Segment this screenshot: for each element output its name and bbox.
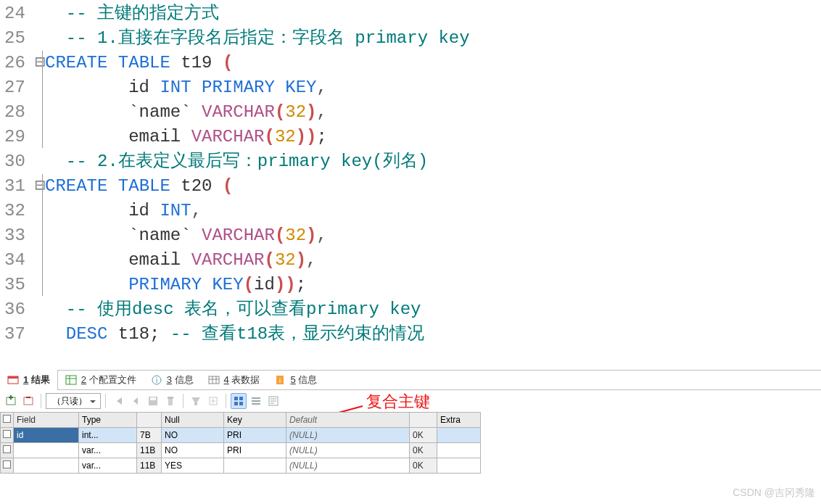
svg-rect-25 <box>234 402 238 405</box>
cell[interactable]: var... <box>79 458 137 474</box>
line-number: 32 <box>0 199 35 223</box>
code-line[interactable]: 24 -- 主键的指定方式 <box>0 1 821 26</box>
save-button[interactable] <box>145 393 161 409</box>
line-number: 28 <box>0 100 35 125</box>
cell[interactable]: int... <box>79 428 137 443</box>
cell[interactable]: 0K <box>410 428 437 443</box>
code-text: -- 1.直接在字段名后指定：字段名 primary key <box>45 26 470 51</box>
cell[interactable] <box>224 458 286 474</box>
col-header[interactable]: Extra <box>437 413 481 428</box>
cell[interactable]: id <box>14 428 79 443</box>
row-check[interactable] <box>1 428 14 443</box>
tab-2[interactable]: 2 个配置文件 <box>58 370 144 390</box>
code-line[interactable]: 25 -- 1.直接在字段名后指定：字段名 primary key <box>0 26 821 51</box>
col-header[interactable]: Field <box>14 413 79 428</box>
line-number: 35 <box>0 273 35 297</box>
code-line[interactable]: 37 DESC t18; -- 查看t18表，显示约束的情况 <box>0 322 821 347</box>
cell[interactable]: (NULL) <box>286 443 410 458</box>
cell[interactable]: 0K <box>410 458 437 474</box>
cell[interactable] <box>437 458 481 474</box>
sql-editor[interactable]: 24 -- 主键的指定方式25 -- 1.直接在字段名后指定：字段名 prima… <box>0 0 821 347</box>
code-text: CREATE TABLE t19 ( <box>45 51 233 75</box>
table-row[interactable]: idint...7BNOPRI(NULL)0K <box>1 428 481 443</box>
check-all[interactable] <box>1 413 14 428</box>
fold-gutter <box>35 248 45 273</box>
tab-4[interactable]: 4 表数据 <box>201 370 268 390</box>
svg-rect-2 <box>66 376 76 384</box>
code-text: -- 2.在表定义最后写：primary key(列名) <box>45 149 428 174</box>
cell[interactable]: NO <box>162 428 224 443</box>
tab-5[interactable]: i5 信息 <box>267 370 324 390</box>
cell[interactable] <box>437 428 481 443</box>
code-line[interactable]: 36 -- 使用desc 表名，可以查看primary key <box>0 297 821 322</box>
readonly-select[interactable]: （只读） <box>46 393 101 409</box>
fold-gutter[interactable]: ⊟ <box>35 51 45 75</box>
fold-gutter <box>35 199 45 223</box>
code-line[interactable]: 27 id INT PRIMARY KEY, <box>0 75 821 100</box>
cell[interactable]: 11B <box>137 443 162 458</box>
fold-gutter <box>35 125 45 149</box>
cell[interactable] <box>437 443 481 458</box>
line-number: 24 <box>0 1 35 26</box>
col-header[interactable]: Null <box>162 413 224 428</box>
delete-row-button[interactable] <box>20 393 36 409</box>
cell[interactable]: NO <box>162 443 224 458</box>
code-line[interactable]: 31⊟CREATE TABLE t20 ( <box>0 174 821 199</box>
fold-gutter[interactable]: ⊟ <box>35 174 45 199</box>
fold-guide <box>42 174 43 296</box>
table-row[interactable]: emailvar...11BYES(NULL)0K <box>1 458 481 474</box>
cell[interactable]: (NULL) <box>286 458 410 474</box>
cell[interactable]: name <box>14 443 79 458</box>
row-check[interactable] <box>1 458 14 474</box>
row-check[interactable] <box>1 443 14 458</box>
line-number: 33 <box>0 223 35 248</box>
code-text: `name` VARCHAR(32), <box>45 223 327 248</box>
svg-rect-16 <box>24 397 33 405</box>
cell[interactable]: PRI <box>224 443 286 458</box>
tab-label: 4 表数据 <box>224 373 260 387</box>
nav-first-button[interactable] <box>110 393 126 409</box>
nav-prev-button[interactable] <box>128 393 144 409</box>
export-button[interactable] <box>205 393 221 409</box>
result-table[interactable]: FieldTypeNullKeyDefaultExtraidint...7BNO… <box>0 412 481 474</box>
cell[interactable]: (NULL) <box>286 428 410 443</box>
col-header[interactable]: Key <box>224 413 286 428</box>
grid-view-button[interactable] <box>231 393 247 409</box>
line-number: 26 <box>0 51 35 75</box>
cell[interactable]: email <box>14 458 79 474</box>
fold-gutter <box>35 223 45 248</box>
code-text: `name` VARCHAR(32), <box>45 100 327 125</box>
cell[interactable]: 7B <box>137 428 162 443</box>
col-header[interactable]: Type <box>79 413 137 428</box>
line-number: 31 <box>0 174 35 199</box>
fold-gutter <box>35 149 45 174</box>
filter-button[interactable] <box>188 393 204 409</box>
col-header[interactable] <box>410 413 437 428</box>
code-line[interactable]: 29 email VARCHAR(32)); <box>0 125 821 149</box>
col-header[interactable] <box>137 413 162 428</box>
add-row-button[interactable] <box>3 393 19 409</box>
table-row[interactable]: namevar...11BNOPRI(NULL)0K <box>1 443 481 458</box>
cell[interactable]: var... <box>79 443 137 458</box>
code-line[interactable]: 28 `name` VARCHAR(32), <box>0 100 821 125</box>
col-header[interactable]: Default <box>286 413 410 428</box>
cancel-button[interactable] <box>162 393 178 409</box>
code-line[interactable]: 34 email VARCHAR(32), <box>0 248 821 273</box>
code-line[interactable]: 26⊟CREATE TABLE t19 ( <box>0 51 821 75</box>
code-line[interactable]: 35 PRIMARY KEY(id)); <box>0 273 821 297</box>
code-text: PRIMARY KEY(id)); <box>45 273 306 297</box>
code-line[interactable]: 32 id INT, <box>0 199 821 223</box>
cell[interactable]: YES <box>162 458 224 474</box>
svg-rect-26 <box>239 402 243 405</box>
tab-1[interactable]: 1 结果 <box>0 370 58 390</box>
grid-grey-icon <box>208 374 220 386</box>
table-green-icon <box>65 374 77 386</box>
code-text: -- 使用desc 表名，可以查看primary key <box>45 297 421 322</box>
cell[interactable]: 11B <box>137 458 162 474</box>
fold-gutter <box>35 273 45 297</box>
cell[interactable]: 0K <box>410 443 437 458</box>
code-line[interactable]: 30 -- 2.在表定义最后写：primary key(列名) <box>0 149 821 174</box>
cell[interactable]: PRI <box>224 428 286 443</box>
code-line[interactable]: 33 `name` VARCHAR(32), <box>0 223 821 248</box>
tab-3[interactable]: i3 信息 <box>144 370 201 390</box>
